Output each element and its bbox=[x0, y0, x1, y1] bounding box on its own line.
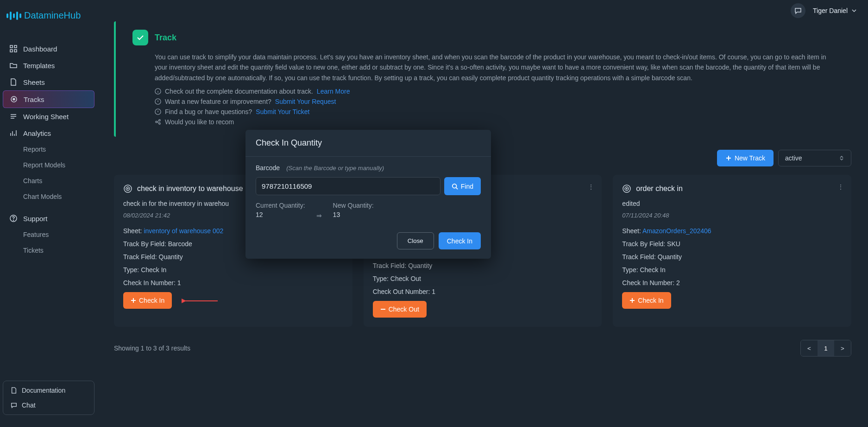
sidebar-item-templates[interactable]: Templates bbox=[3, 57, 94, 74]
card-number: Check Out Number: 1 bbox=[373, 288, 593, 295]
target-icon bbox=[123, 184, 132, 193]
sidebar-item-sheets[interactable]: Sheets bbox=[3, 74, 94, 90]
new-track-button[interactable]: New Track bbox=[717, 150, 774, 166]
card-track-field: Track Field: Quantity bbox=[622, 253, 842, 261]
sidebar-sub-tickets[interactable]: Tickets bbox=[3, 242, 94, 258]
submit-request-link[interactable]: Submit Your Request bbox=[275, 98, 336, 105]
sidebar-sub-features[interactable]: Features bbox=[3, 227, 94, 242]
learn-more-link[interactable]: Learn More bbox=[317, 88, 350, 95]
check-icon bbox=[132, 30, 148, 45]
share-icon bbox=[155, 119, 161, 125]
svg-point-19 bbox=[626, 188, 627, 189]
barcode-label: Barcode bbox=[256, 164, 280, 172]
card-date: 07/11/2024 20:48 bbox=[622, 212, 842, 219]
card-menu-button[interactable]: ⋮ bbox=[588, 183, 594, 191]
logo[interactable]: DatamineHub bbox=[0, 5, 97, 26]
sidebar-bottom-chat[interactable]: Chat bbox=[5, 398, 92, 413]
svg-point-16 bbox=[127, 188, 128, 189]
logo-icon bbox=[6, 12, 21, 20]
card-track-field: Track Field: Quantity bbox=[373, 262, 593, 269]
sidebar-item-label: Templates bbox=[23, 62, 55, 70]
sidebar-sub-reports[interactable]: Reports bbox=[3, 141, 94, 157]
sidebar-item-tracks[interactable]: Tracks bbox=[3, 90, 94, 108]
check-in-button[interactable]: Check In bbox=[622, 292, 671, 309]
check-in-modal: Check In Quantity Barcode (Scan the Barc… bbox=[245, 130, 491, 259]
info-recommend-text: Would you like to recom bbox=[165, 118, 234, 126]
svg-rect-3 bbox=[14, 50, 17, 52]
card-track-by: Track By Field: SKU bbox=[622, 240, 842, 248]
new-qty-label: New Quantity: bbox=[333, 202, 374, 209]
plus-icon bbox=[629, 298, 635, 303]
svg-rect-0 bbox=[10, 45, 13, 48]
find-button[interactable]: Find bbox=[444, 177, 481, 195]
pager-next[interactable]: > bbox=[834, 340, 851, 356]
sidebar-sub-report-models[interactable]: Report Models bbox=[3, 157, 94, 173]
logo-text: DatamineHub bbox=[24, 10, 81, 21]
card-number: Check In Number: 2 bbox=[622, 279, 842, 287]
user-menu[interactable]: Tiger Daniel bbox=[813, 7, 857, 14]
info-card: Track You can use track to simplify your… bbox=[114, 21, 851, 137]
chat-icon bbox=[11, 402, 17, 408]
topbar: Tiger Daniel bbox=[97, 0, 868, 21]
check-out-button[interactable]: Check Out bbox=[373, 301, 427, 318]
info-icon bbox=[155, 88, 161, 95]
submit-ticket-link[interactable]: Submit Your Ticket bbox=[256, 108, 309, 115]
chevron-down-icon bbox=[851, 8, 857, 13]
svg-rect-1 bbox=[14, 45, 17, 48]
card-type: Type: Check In bbox=[123, 266, 343, 274]
status-select[interactable]: active bbox=[778, 150, 851, 166]
target-icon bbox=[622, 184, 631, 193]
list-icon bbox=[9, 112, 18, 121]
folder-icon bbox=[9, 61, 18, 70]
info-doc-text: Check out the complete documentation abo… bbox=[165, 88, 313, 95]
svg-point-7 bbox=[13, 220, 14, 221]
barcode-input[interactable] bbox=[256, 177, 440, 195]
grid-icon bbox=[9, 45, 18, 53]
new-qty-value: 13 bbox=[333, 211, 374, 218]
target-icon bbox=[10, 95, 18, 103]
sidebar-item-dashboard[interactable]: Dashboard bbox=[3, 40, 94, 57]
card-menu-button[interactable]: ⋮ bbox=[837, 183, 844, 191]
current-qty-value: 12 bbox=[256, 211, 305, 218]
info-body: You can use track to simplify your data … bbox=[132, 52, 838, 83]
card-type: Type: Check In bbox=[622, 266, 842, 274]
chart-icon bbox=[9, 129, 18, 137]
chat-icon bbox=[794, 7, 802, 14]
plus-icon bbox=[131, 298, 136, 303]
arrow-right-icon: ⇒ bbox=[316, 212, 322, 219]
sidebar-item-analytics[interactable]: Analytics bbox=[3, 125, 94, 141]
document-icon bbox=[9, 78, 18, 86]
track-card: ⋮ order check in edited 07/11/2024 20:48… bbox=[613, 175, 851, 327]
current-qty-label: Current Quantity: bbox=[256, 202, 305, 209]
close-button[interactable]: Close bbox=[397, 232, 434, 249]
card-desc: edited bbox=[622, 200, 842, 207]
barcode-hint: (Scan the Barcode or type manually) bbox=[286, 165, 384, 172]
svg-point-11 bbox=[156, 121, 157, 123]
sidebar-item-label: Working Sheet bbox=[23, 113, 69, 121]
sidebar-bottom-documentation[interactable]: Documentation bbox=[5, 383, 92, 398]
help-icon bbox=[9, 214, 18, 223]
card-number: Check In Number: 1 bbox=[123, 279, 343, 287]
modal-title: Check In Quantity bbox=[256, 138, 481, 148]
sidebar-item-support[interactable]: Support bbox=[3, 210, 94, 227]
sidebar: DatamineHub Dashboard Templates Sheets T… bbox=[0, 0, 97, 427]
plus-icon bbox=[725, 155, 732, 161]
info-icon bbox=[155, 98, 161, 105]
sidebar-item-label: Analytics bbox=[23, 129, 51, 137]
search-icon bbox=[452, 183, 458, 190]
pager-page[interactable]: 1 bbox=[818, 340, 834, 356]
svg-point-21 bbox=[453, 184, 457, 188]
user-name: Tiger Daniel bbox=[813, 7, 848, 14]
check-in-button[interactable]: Check In bbox=[123, 292, 172, 309]
chat-button[interactable] bbox=[791, 3, 805, 18]
sheet-link[interactable]: AmazonOrders_202406 bbox=[642, 227, 711, 235]
sidebar-item-working-sheet[interactable]: Working Sheet bbox=[3, 108, 94, 125]
sidebar-sub-chart-models[interactable]: Chart Models bbox=[3, 189, 94, 204]
sheet-link[interactable]: inventory of warehouse 002 bbox=[144, 227, 223, 235]
sidebar-sub-charts[interactable]: Charts bbox=[3, 173, 94, 189]
card-type: Type: Check Out bbox=[373, 275, 593, 282]
svg-rect-2 bbox=[10, 50, 13, 52]
modal-check-in-button[interactable]: Check In bbox=[439, 232, 481, 249]
sidebar-item-label: Sheets bbox=[23, 78, 45, 86]
pager-prev[interactable]: < bbox=[801, 340, 818, 356]
